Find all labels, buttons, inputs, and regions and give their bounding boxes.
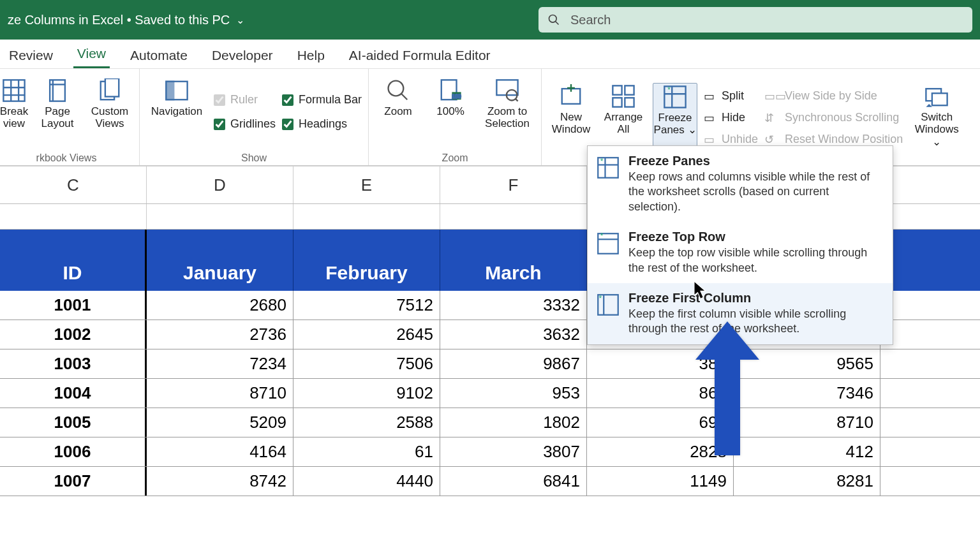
zoom-label: Zoom <box>384 105 412 118</box>
table-row: 100787424440684111498281 <box>0 467 980 496</box>
page-break-preview-button[interactable]: Break view <box>0 77 28 147</box>
cell-id[interactable]: 1007 <box>0 467 147 496</box>
cell[interactable]: 953 <box>440 379 587 408</box>
search-box[interactable] <box>538 7 972 33</box>
show-group-label: Show <box>146 151 362 164</box>
cell[interactable]: 61 <box>293 437 440 466</box>
grid-icon <box>2 78 26 103</box>
cursor-icon <box>694 281 708 299</box>
tab-view[interactable]: View <box>73 42 110 68</box>
cell[interactable]: 6841 <box>440 467 587 496</box>
switch-windows-icon <box>924 84 949 108</box>
search-input[interactable] <box>570 13 963 27</box>
col-header-c[interactable]: C <box>0 166 147 203</box>
header-march[interactable]: March <box>440 255 587 291</box>
title-bar: ze Columns in Excel • Saved to this PC ⌄ <box>0 0 980 40</box>
cell[interactable]: 9102 <box>293 379 440 408</box>
reset-position-icon: ↺ <box>764 133 780 147</box>
cell-id[interactable]: 1003 <box>0 349 147 378</box>
svg-point-0 <box>549 15 557 23</box>
cell[interactable]: 3332 <box>440 291 587 320</box>
freeze-panes-option[interactable]: * Freeze PanesKeep rows and columns visi… <box>588 146 893 222</box>
cell[interactable]: 2680 <box>147 291 293 320</box>
svg-rect-26 <box>625 85 634 94</box>
freeze-top-row-desc: Keep the top row visible while scrolling… <box>628 246 884 276</box>
cell[interactable]: 3632 <box>440 320 587 349</box>
cell-id[interactable]: 1006 <box>0 437 147 466</box>
cell-id[interactable]: 1004 <box>0 379 147 408</box>
svg-text:*: * <box>600 232 604 240</box>
gridlines-checkbox[interactable]: Gridlines <box>214 115 276 134</box>
arrange-all-button[interactable]: Arrange All <box>600 83 646 153</box>
cell[interactable]: 3807 <box>440 437 587 466</box>
cell[interactable]: 1802 <box>440 408 587 437</box>
cell[interactable]: 4164 <box>147 437 293 466</box>
freeze-top-row-option[interactable]: * Freeze Top RowKeep the top row visible… <box>588 222 893 283</box>
headings-checkbox[interactable]: Headings <box>282 115 362 134</box>
svg-rect-11 <box>105 78 119 97</box>
switch-windows-button[interactable]: Switch Windows ⌄ <box>909 83 964 153</box>
cell-id[interactable]: 1002 <box>0 320 147 349</box>
col-header-d[interactable]: D <box>147 166 293 203</box>
custom-views-icon <box>98 78 122 103</box>
header-id[interactable]: ID <box>0 255 147 291</box>
zoom-button[interactable]: Zoom <box>375 77 421 147</box>
chevron-down-icon: ⌄ <box>932 136 941 148</box>
page-layout-button[interactable]: Page Layout <box>34 77 80 147</box>
custom-views-button[interactable]: Custom Views <box>87 77 133 147</box>
svg-rect-25 <box>612 85 621 94</box>
cell[interactable]: 5209 <box>147 408 293 437</box>
cell[interactable]: 8742 <box>147 467 293 496</box>
cell[interactable]: 1149 <box>587 467 734 496</box>
svg-text:*: * <box>667 85 671 94</box>
split-button[interactable]: ▭Split <box>704 87 758 106</box>
cell[interactable]: 2645 <box>293 320 440 349</box>
workbook-views-label: rkbook Views <box>0 151 133 164</box>
zoom-selection-button[interactable]: Zoom to Selection <box>480 77 535 147</box>
freeze-panes-label: Freeze Panes ⌄ <box>653 112 697 136</box>
zoom-100-button[interactable]: 100 100% <box>427 77 473 147</box>
gridlines-check-icon <box>214 119 225 130</box>
magnifier-icon <box>386 78 410 103</box>
zoom-group-label: Zoom <box>375 151 535 164</box>
sync-scroll-button: ⇵Synchronous Scrolling <box>764 108 903 128</box>
arrange-icon <box>611 84 635 108</box>
tab-help[interactable]: Help <box>293 44 329 68</box>
tab-developer[interactable]: Developer <box>208 44 277 68</box>
cell[interactable]: 7234 <box>147 349 293 378</box>
navigation-button[interactable]: Navigation <box>146 77 207 147</box>
freeze-panes-menu: * Freeze PanesKeep rows and columns visi… <box>587 145 893 345</box>
cell[interactable]: 4440 <box>293 467 440 496</box>
tab-review[interactable]: Review <box>5 44 57 68</box>
cell[interactable]: 8710 <box>147 379 293 408</box>
zoom-selection-label: Zoom to Selection <box>480 105 535 130</box>
cell[interactable]: 7506 <box>293 349 440 378</box>
cell[interactable]: 8281 <box>734 467 880 496</box>
cell[interactable]: 2736 <box>147 320 293 349</box>
header-february[interactable]: February <box>293 255 440 291</box>
group-zoom: Zoom 100 100% Zoom to Selection Zoom <box>369 69 542 165</box>
freeze-top-row-title: Freeze Top Row <box>628 230 884 244</box>
svg-line-1 <box>556 22 559 25</box>
document-title: ze Columns in Excel • Saved to this PC <box>8 13 230 27</box>
title-dropdown-icon[interactable]: ⌄ <box>236 14 244 26</box>
col-header-e[interactable]: E <box>293 166 440 203</box>
formula-bar-checkbox[interactable]: Formula Bar <box>282 91 362 110</box>
hide-button[interactable]: ▭Hide <box>704 108 758 128</box>
cell[interactable]: 2588 <box>293 408 440 437</box>
tab-automate[interactable]: Automate <box>126 44 191 68</box>
header-january[interactable]: January <box>147 255 293 291</box>
svg-rect-27 <box>612 98 621 107</box>
col-header-f[interactable]: F <box>440 166 587 203</box>
freeze-panes-item-icon: * <box>597 156 620 179</box>
new-window-button[interactable]: New Window <box>548 83 594 153</box>
ribbon-tabs: Review View Automate Developer Help AI-a… <box>0 40 980 69</box>
cell[interactable]: 7512 <box>293 291 440 320</box>
cell-id[interactable]: 1001 <box>0 291 147 320</box>
freeze-panes-button[interactable]: * Freeze Panes ⌄ <box>653 83 697 153</box>
page-layout-label: Page Layout <box>34 105 80 130</box>
cell-id[interactable]: 1005 <box>0 408 147 437</box>
hundred-icon: 100 <box>438 78 463 103</box>
cell[interactable]: 9867 <box>440 349 587 378</box>
tab-ai-editor[interactable]: AI-aided Formula Editor <box>345 44 494 68</box>
